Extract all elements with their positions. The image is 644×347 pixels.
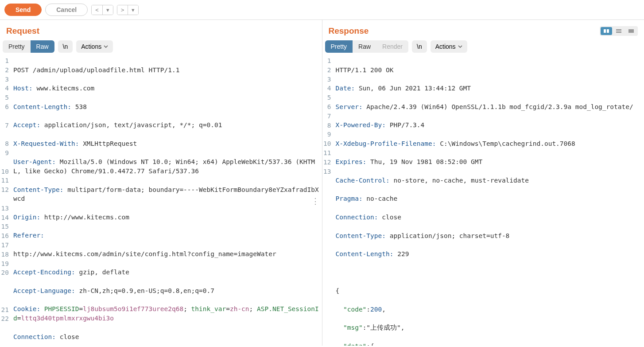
- chevron-down-icon: [458, 44, 462, 49]
- response-raw-tab[interactable]: Raw: [353, 40, 376, 53]
- layout-options: [600, 26, 638, 36]
- request-code[interactable]: POST /admin/upload/uploadfile.html HTTP/…: [11, 56, 322, 346]
- svg-rect-0: [604, 29, 606, 33]
- response-pane: Response Pretty Raw Render \n Actions 12…: [322, 20, 644, 346]
- svg-rect-2: [616, 29, 621, 31]
- svg-rect-1: [607, 29, 609, 33]
- request-actions-label: Actions: [81, 43, 101, 50]
- layout-split-vertical[interactable]: [601, 27, 612, 35]
- main: Request Pretty Raw \n Actions 123456 7 8…: [0, 20, 644, 346]
- request-newline-toggle[interactable]: \n: [58, 40, 73, 53]
- request-pretty-tab[interactable]: Pretty: [3, 40, 31, 53]
- cancel-button[interactable]: Cancel: [45, 4, 88, 16]
- request-view-segment: Pretty Raw: [3, 40, 54, 53]
- response-header: Response: [322, 20, 644, 40]
- response-pretty-tab[interactable]: Pretty: [325, 40, 353, 53]
- request-controls: Pretty Raw \n Actions: [0, 40, 322, 56]
- response-render-tab[interactable]: Render: [376, 40, 408, 53]
- response-code-area[interactable]: 12345678910111213 HTTP/1.1 200 OK Date: …: [322, 56, 644, 346]
- request-actions-button[interactable]: Actions: [76, 40, 113, 53]
- toolbar: Send Cancel < ▾ > ▾: [0, 0, 644, 20]
- chevron-down-icon: [104, 44, 108, 49]
- request-gutter: 123456 7 89 101112 1314151617181920 2122: [0, 56, 11, 346]
- layout-single[interactable]: [625, 27, 637, 35]
- response-title: Response: [329, 26, 369, 36]
- request-line: POST /admin/upload/uploadfile.html HTTP/…: [13, 66, 322, 75]
- response-newline-toggle[interactable]: \n: [412, 40, 427, 53]
- response-view-segment: Pretty Raw Render: [325, 40, 409, 53]
- response-actions-button[interactable]: Actions: [431, 40, 467, 53]
- request-code-area[interactable]: 123456 7 89 101112 1314151617181920 2122…: [0, 56, 322, 346]
- request-raw-tab[interactable]: Raw: [31, 40, 54, 53]
- history-back-button[interactable]: <: [92, 5, 103, 15]
- response-code[interactable]: HTTP/1.1 200 OK Date: Sun, 06 Jun 2021 1…: [333, 56, 644, 346]
- request-header: Request: [0, 20, 322, 40]
- response-actions-label: Actions: [435, 43, 456, 50]
- svg-rect-3: [616, 31, 621, 33]
- request-more-icon[interactable]: ⋮: [311, 200, 319, 203]
- send-button[interactable]: Send: [4, 4, 42, 16]
- history-forward-dropdown[interactable]: ▾: [128, 5, 138, 15]
- response-gutter: 12345678910111213: [322, 56, 333, 346]
- history-forward-group: > ▾: [117, 5, 139, 15]
- request-title: Request: [6, 26, 39, 36]
- response-controls: Pretty Raw Render \n Actions: [322, 40, 644, 56]
- history-back-group: < ▾: [91, 5, 113, 15]
- layout-split-horizontal[interactable]: [613, 27, 625, 35]
- request-pane: Request Pretty Raw \n Actions 123456 7 8…: [0, 20, 322, 346]
- history-forward-button[interactable]: >: [117, 5, 128, 15]
- svg-rect-4: [628, 29, 634, 33]
- history-back-dropdown[interactable]: ▾: [103, 5, 113, 15]
